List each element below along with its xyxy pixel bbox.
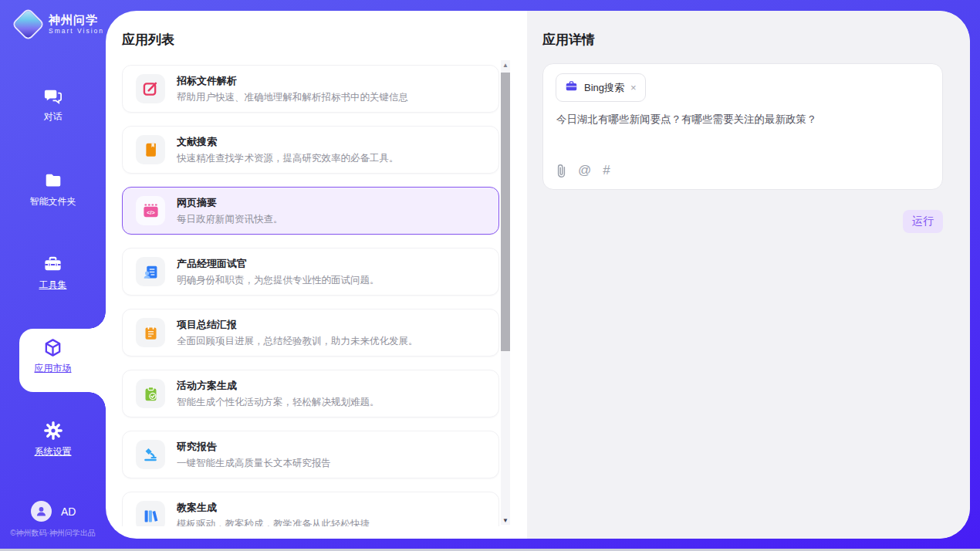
user-initials: AD: [61, 505, 76, 518]
app-card-title: 项目总结汇报: [177, 319, 418, 330]
sidebar-item-cube[interactable]: 应用市场: [0, 336, 106, 375]
app-card-description: 一键智能生成高质量长文本研究报告: [177, 458, 331, 469]
tool-tag-bing-search[interactable]: Bing搜索 ×: [556, 73, 646, 102]
app-card[interactable]: 项目总结汇报全面回顾项目进展，总结经验教训，助力未来优化发展。: [122, 309, 499, 357]
tool-tag-close-icon[interactable]: ×: [630, 83, 637, 93]
sidebar-item-label: 系统设置: [35, 445, 72, 458]
toolbox-icon: [42, 253, 64, 275]
book-icon: [136, 135, 165, 164]
app-card-description: 智能生成个性化活动方案，轻松解决规划难题。: [177, 397, 380, 408]
brand-name: 神州问学: [49, 14, 104, 27]
app-card[interactable]: 产品经理面试官明确身份和职责，为您提供专业性的面试问题。: [122, 248, 499, 296]
user-account[interactable]: AD: [31, 501, 76, 522]
books-icon: [136, 501, 165, 526]
app-card[interactable]: </>网页摘要每日政府新闻资讯快查。: [122, 187, 499, 235]
app-card-description: 每日政府新闻资讯快查。: [177, 214, 283, 225]
app-card-title: 网页摘要: [177, 198, 283, 208]
app-card-description: 快速精准查找学术资源，提高研究效率的必备工具。: [177, 153, 399, 164]
app-detail-pane: 应用详情 Bing搜索 × 今日湖北有哪些新闻要点？有哪些需要关注的最新政策？ …: [527, 11, 970, 539]
edit-doc-icon: [136, 74, 165, 103]
clipboard-check-icon: [136, 379, 165, 408]
cube-icon: [42, 336, 64, 358]
gear-icon: [42, 420, 64, 441]
at-icon[interactable]: @: [578, 163, 591, 178]
app-list-title: 应用列表: [122, 31, 174, 49]
attachment-toolbar: @#: [556, 163, 610, 178]
interviewer-icon: [136, 257, 165, 286]
sidebar-item-label: 应用市场: [35, 362, 72, 375]
brand-tagline: Smart Vision: [49, 28, 104, 35]
notepad-icon: [136, 318, 165, 347]
app-logo: 神州问学 Smart Vision: [14, 10, 104, 39]
app-card-title: 招标文件解析: [177, 76, 408, 86]
webpage-icon: </>: [136, 196, 165, 225]
scrollbar-thumb[interactable]: [501, 73, 510, 351]
person-icon: [35, 505, 48, 518]
avatar[interactable]: [31, 501, 52, 522]
microscope-icon: [136, 440, 165, 469]
app-card[interactable]: 招标文件解析帮助用户快速、准确地理解和解析招标书中的关键信息: [122, 65, 499, 113]
sidebar-item-label: 智能文件夹: [30, 195, 76, 208]
app-card-description: 模板驱动，教案秒成，教学准备从此轻松快捷: [177, 519, 370, 527]
app-list-scrollbar[interactable]: ▲ ▼: [501, 60, 510, 525]
brand-gem-icon: [14, 10, 42, 39]
query-text[interactable]: 今日湖北有哪些新闻要点？有哪些需要关注的最新政策？: [556, 112, 930, 127]
app-card-title: 产品经理面试官: [177, 259, 380, 269]
app-card-title: 文献搜索: [177, 137, 399, 147]
app-card-title: 教案生成: [177, 502, 370, 512]
paperclip-icon[interactable]: [556, 164, 566, 178]
app-card[interactable]: 教案生成模板驱动，教案秒成，教学准备从此轻松快捷: [122, 492, 499, 526]
copyright-text: ©神州数码·神州问学出品: [0, 528, 106, 539]
app-card[interactable]: 研究报告一键智能生成高质量长文本研究报告: [122, 431, 499, 478]
sidebar-item-label: 工具集: [39, 279, 67, 292]
main-panel: 应用列表 招标文件解析帮助用户快速、准确地理解和解析招标书中的关键信息文献搜索快…: [106, 11, 970, 539]
folder-icon: [42, 170, 64, 191]
app-card-description: 全面回顾项目进展，总结经验教训，助力未来优化发展。: [177, 336, 418, 347]
briefcase-icon: [565, 79, 578, 96]
sidebar-item-label: 对话: [44, 110, 63, 123]
sidebar-item-chat[interactable]: 对话: [0, 85, 106, 123]
tool-tag-label: Bing搜索: [584, 81, 624, 95]
app-card-title: 活动方案生成: [177, 380, 380, 390]
scrollbar-down-arrow-icon[interactable]: ▼: [501, 516, 510, 525]
app-card[interactable]: 文献搜索快速精准查找学术资源，提高研究效率的必备工具。: [122, 126, 499, 174]
sidebar-item-folder[interactable]: 智能文件夹: [0, 170, 106, 208]
scrollbar-up-arrow-icon[interactable]: ▲: [501, 60, 510, 69]
app-card-description: 帮助用户快速、准确地理解和解析招标书中的关键信息: [177, 92, 408, 103]
app-card[interactable]: 活动方案生成智能生成个性化活动方案，轻松解决规划难题。: [122, 370, 499, 417]
sidebar-item-gear[interactable]: 系统设置: [0, 420, 106, 458]
app-card-title: 研究报告: [177, 441, 331, 451]
run-button[interactable]: 运行: [903, 210, 943, 233]
svg-text:</>: </>: [147, 209, 154, 215]
app-detail-title: 应用详情: [542, 31, 595, 49]
chat-icon: [42, 85, 64, 106]
app-card-description: 明确身份和职责，为您提供专业性的面试问题。: [177, 275, 380, 286]
hash-icon[interactable]: #: [603, 163, 610, 178]
sidebar: 神州问学 Smart Vision 对话智能文件夹工具集应用市场系统设置 AD …: [0, 0, 106, 551]
app-list: 招标文件解析帮助用户快速、准确地理解和解析招标书中的关键信息文献搜索快速精准查找…: [122, 65, 499, 526]
prompt-card[interactable]: Bing搜索 × 今日湖北有哪些新闻要点？有哪些需要关注的最新政策？ @#: [542, 63, 943, 190]
sidebar-item-toolbox[interactable]: 工具集: [0, 253, 106, 292]
